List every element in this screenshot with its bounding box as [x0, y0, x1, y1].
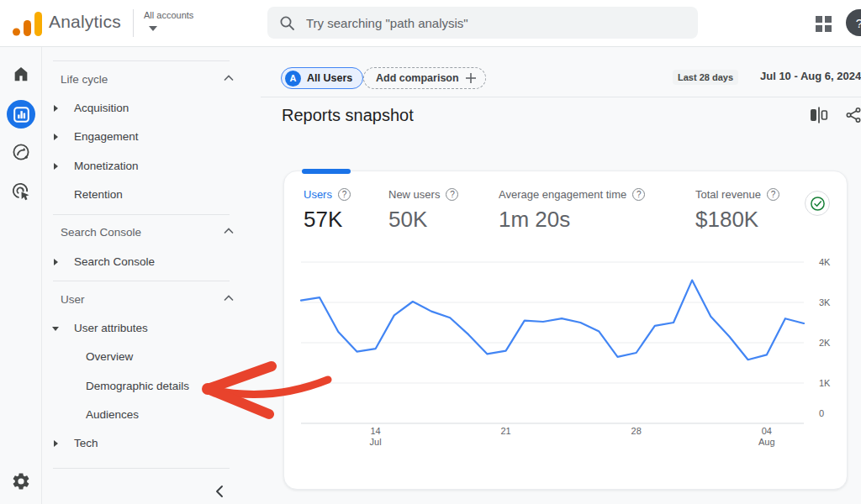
sidebar-section-search-console[interactable]: Search Console — [42, 218, 261, 247]
svg-text:04: 04 — [762, 426, 772, 436]
segment-badge: A — [285, 71, 301, 87]
metric-new-users: New users ? 50K — [388, 188, 458, 233]
report-nav-sidebar: Life cycle Acquisition Engagement Moneti… — [42, 47, 261, 504]
edit-comparisons-icon[interactable] — [809, 106, 829, 124]
home-icon — [12, 65, 30, 83]
sidebar-item-label: Engagement — [74, 130, 139, 143]
chevron-up-icon[interactable] — [224, 295, 234, 302]
metric-value: $180K — [695, 207, 779, 233]
advertising-nav-button[interactable] — [0, 181, 42, 202]
help-icon[interactable]: ? — [767, 188, 779, 201]
home-nav-button[interactable] — [0, 65, 42, 83]
sidebar-item-label: Retention — [74, 188, 123, 201]
metric-label[interactable]: Users — [304, 188, 332, 201]
sidebar-item-label: Search Console — [74, 255, 155, 268]
metric-value: 57K — [304, 207, 351, 233]
search-icon — [279, 15, 295, 31]
reports-nav-button[interactable] — [7, 100, 35, 129]
sidebar-item-user-attributes[interactable]: User attributes — [42, 314, 261, 343]
add-comparison-chip[interactable]: Add comparison — [363, 67, 486, 89]
divider — [261, 97, 861, 97]
svg-text:Aug: Aug — [758, 437, 775, 447]
expand-down-icon — [52, 327, 59, 331]
add-comparison-label: Add comparison — [376, 72, 459, 84]
avatar[interactable]: ? — [846, 9, 861, 36]
users-trend-chart: 4K3K2K1K014Jul212804Aug — [291, 251, 842, 453]
sidebar-item-demographic-details[interactable]: Demographic details — [42, 372, 261, 401]
svg-text:21: 21 — [500, 426, 510, 436]
all-users-segment-chip[interactable]: A All Users — [281, 67, 363, 89]
accounts-dropdown-caret-icon[interactable] — [149, 26, 157, 31]
help-icon[interactable]: ? — [446, 188, 458, 201]
sidebar-item-acquisition[interactable]: Acquisition — [42, 94, 261, 123]
sidebar-item-label: Audiences — [86, 408, 139, 421]
sidebar-item-retention[interactable]: Retention — [42, 181, 261, 209]
divider — [53, 60, 230, 61]
metric-label[interactable]: Average engagement time — [499, 188, 626, 201]
search-bar[interactable] — [267, 7, 698, 39]
explore-icon — [11, 142, 31, 162]
svg-text:4K: 4K — [819, 257, 831, 267]
admin-settings-button[interactable] — [0, 471, 42, 491]
sidebar-item-label: Tech — [74, 437, 98, 449]
svg-text:0: 0 — [819, 408, 824, 418]
main-content: A All Users Add comparison Last 28 days … — [261, 47, 861, 504]
analytics-logo-icon — [12, 11, 45, 36]
plus-icon — [465, 72, 477, 84]
svg-text:28: 28 — [631, 426, 642, 436]
app-title: Analytics — [49, 12, 121, 32]
section-label: User — [61, 293, 85, 306]
expand-right-icon — [54, 105, 58, 112]
advertising-icon — [11, 181, 31, 202]
reports-snapshot-card: Users ? 57K New users ? 50K Average enga… — [283, 171, 848, 490]
help-icon[interactable]: ? — [632, 188, 645, 201]
sidebar-item-label: Monetization — [74, 160, 139, 172]
help-icon[interactable]: ? — [338, 188, 351, 201]
chevron-up-icon[interactable] — [224, 75, 234, 81]
svg-text:14: 14 — [370, 426, 380, 436]
date-range-picker[interactable]: Jul 10 - Aug 6, 2024 — [760, 70, 861, 82]
sidebar-item-overview[interactable]: Overview — [42, 343, 261, 371]
divider — [53, 214, 230, 215]
nav-rail — [0, 47, 42, 504]
data-quality-button[interactable] — [805, 191, 830, 216]
metric-label[interactable]: New users — [388, 188, 440, 201]
collapse-sidebar-icon[interactable] — [213, 484, 228, 499]
divider — [53, 468, 230, 469]
reports-icon — [13, 107, 29, 123]
chevron-up-icon[interactable] — [224, 228, 234, 234]
sidebar-item-monetization[interactable]: Monetization — [42, 152, 261, 181]
sidebar-item-label: Overview — [86, 350, 133, 363]
active-tab-indicator — [302, 169, 351, 174]
sidebar-item-audiences[interactable]: Audiences — [42, 401, 261, 429]
sidebar-item-engagement[interactable]: Engagement — [42, 123, 261, 151]
sidebar-item-search-console[interactable]: Search Console — [42, 248, 261, 276]
divider — [133, 9, 134, 37]
sidebar-item-tech[interactable]: Tech — [42, 429, 261, 458]
sidebar-section-user[interactable]: User — [42, 286, 261, 314]
explore-nav-button[interactable] — [0, 142, 42, 162]
search-input[interactable] — [306, 16, 676, 30]
svg-text:2K: 2K — [819, 338, 831, 348]
svg-text:Jul: Jul — [370, 437, 382, 447]
sidebar-item-label: Acquisition — [74, 102, 129, 114]
section-label: Life cycle — [61, 73, 108, 86]
apps-grid-icon[interactable] — [815, 15, 832, 32]
expand-right-icon — [54, 259, 58, 265]
expand-right-icon — [54, 440, 58, 447]
page-title: Reports snapshot — [282, 106, 414, 125]
segment-label: All Users — [307, 72, 352, 84]
metric-users: Users ? 57K — [304, 188, 351, 233]
sidebar-item-label: User attributes — [74, 322, 148, 334]
section-label: Search Console — [61, 226, 141, 239]
expand-right-icon — [54, 134, 58, 140]
sidebar-section-life-cycle[interactable]: Life cycle — [42, 66, 261, 94]
divider — [53, 281, 230, 281]
app-bar: Analytics All accounts ? — [0, 0, 861, 47]
metric-avg-engagement-time: Average engagement time ? 1m 20s — [499, 188, 645, 233]
accounts-label: All accounts — [144, 10, 193, 20]
svg-text:3K: 3K — [819, 297, 831, 307]
metric-label[interactable]: Total revenue — [695, 188, 761, 201]
share-icon[interactable] — [844, 106, 861, 124]
metric-value: 50K — [388, 207, 458, 233]
